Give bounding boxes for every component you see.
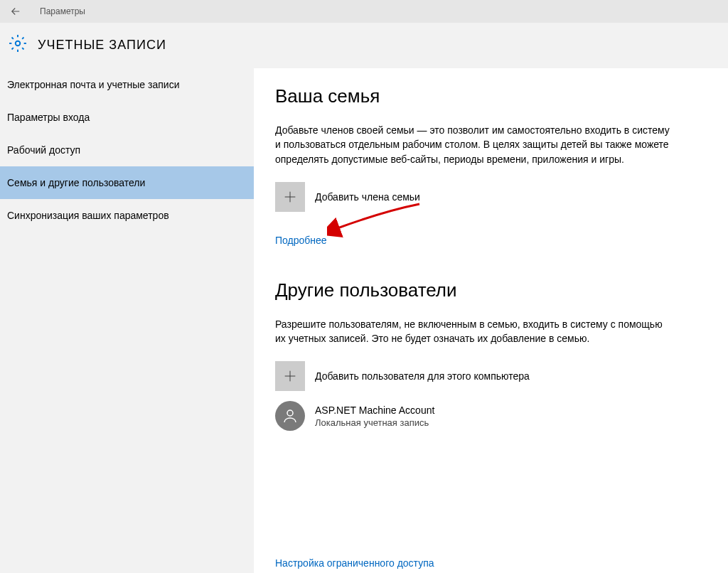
svg-point-1 bbox=[287, 410, 293, 416]
window-title: Параметры bbox=[40, 6, 85, 16]
arrow-left-icon bbox=[9, 5, 22, 18]
sidebar-item-signin-options[interactable]: Параметры входа bbox=[0, 101, 254, 134]
titlebar: Параметры bbox=[0, 0, 728, 23]
svg-point-0 bbox=[16, 41, 21, 46]
family-desc: Добавьте членов своей семьи — это позвол… bbox=[275, 123, 673, 166]
person-icon bbox=[282, 407, 299, 424]
add-family-member-button[interactable]: Добавить члена семьи bbox=[275, 182, 701, 212]
user-info: ASP.NET Machine Account Локальная учетна… bbox=[315, 405, 434, 428]
user-account-row[interactable]: ASP.NET Machine Account Локальная учетна… bbox=[275, 401, 701, 431]
page-title: УЧЕТНЫЕ ЗАПИСИ bbox=[38, 38, 166, 53]
main-content: Ваша семья Добавьте членов своей семьи —… bbox=[254, 68, 728, 573]
add-other-user-button[interactable]: Добавить пользователя для этого компьюте… bbox=[275, 361, 701, 391]
avatar bbox=[275, 401, 305, 431]
add-other-label: Добавить пользователя для этого компьюте… bbox=[315, 370, 530, 382]
restricted-access-link[interactable]: Настройка ограниченного доступа bbox=[275, 557, 434, 569]
user-type: Локальная учетная запись bbox=[315, 417, 434, 428]
family-more-link[interactable]: Подробнее bbox=[275, 235, 327, 246]
sidebar-item-email-accounts[interactable]: Электронная почта и учетные записи bbox=[0, 68, 254, 101]
plus-icon bbox=[275, 361, 305, 391]
back-button[interactable] bbox=[6, 1, 26, 21]
user-name: ASP.NET Machine Account bbox=[315, 405, 434, 416]
others-desc: Разрешите пользователям, не включенным в… bbox=[275, 317, 673, 346]
sidebar-item-family-other[interactable]: Семья и другие пользователи bbox=[0, 166, 254, 199]
page-header: УЧЕТНЫЕ ЗАПИСИ bbox=[0, 23, 728, 68]
section-title-family: Ваша семья bbox=[275, 85, 701, 107]
section-title-other-users: Другие пользователи bbox=[275, 279, 701, 301]
gear-icon bbox=[9, 34, 27, 55]
sidebar-item-work-access[interactable]: Рабочий доступ bbox=[0, 134, 254, 166]
sidebar: Электронная почта и учетные записи Парам… bbox=[0, 68, 254, 573]
sidebar-item-sync-settings[interactable]: Синхронизация ваших параметров bbox=[0, 199, 254, 232]
plus-icon bbox=[275, 182, 305, 212]
add-family-label: Добавить члена семьи bbox=[315, 191, 420, 203]
